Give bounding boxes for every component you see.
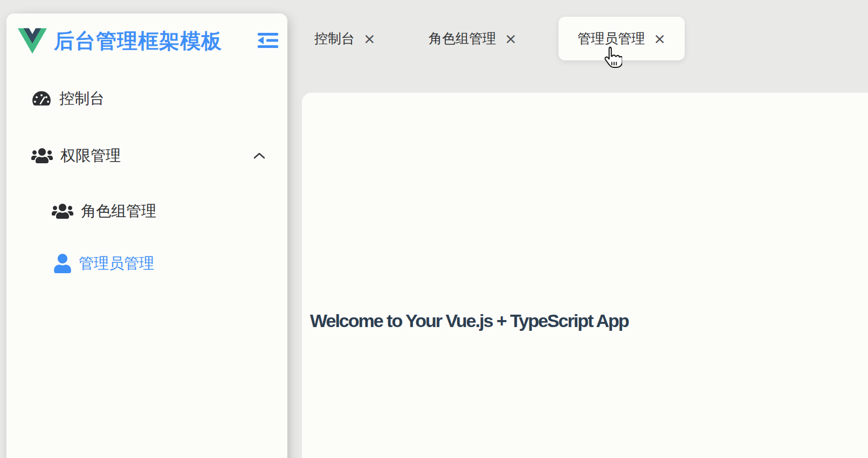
tab-label: 角色组管理: [429, 30, 496, 47]
tab-label: 控制台: [314, 30, 355, 47]
fold-icon: [258, 33, 278, 48]
tab-role-groups[interactable]: 角色组管理 ×: [429, 17, 517, 60]
sidebar-item-dashboard[interactable]: 控制台: [31, 82, 287, 115]
close-icon[interactable]: ×: [653, 31, 666, 46]
chevron-up-icon: [253, 152, 265, 159]
sidebar-item-label: 控制台: [59, 88, 105, 109]
sidebar-item-label: 权限管理: [60, 145, 121, 166]
vue-logo-icon: [18, 27, 47, 54]
users-icon: [31, 147, 53, 164]
sidebar-item-label: 角色组管理: [81, 201, 156, 221]
gauge-icon: [31, 89, 52, 108]
welcome-heading: Welcome to Your Vue.js + TypeScript App: [310, 310, 629, 331]
main-content-panel: Welcome to Your Vue.js + TypeScript App: [302, 93, 868, 458]
sidebar-item-label: 管理员管理: [79, 253, 154, 274]
sidebar-item-permissions[interactable]: 权限管理: [31, 140, 287, 172]
app-window: 后台管理框架模板: [0, 0, 868, 458]
tab-dashboard[interactable]: 控制台 ×: [314, 17, 376, 60]
users-icon: [52, 203, 73, 220]
tab-label: 管理员管理: [577, 30, 645, 47]
sidebar-collapse-button[interactable]: [258, 33, 278, 48]
close-icon[interactable]: ×: [505, 31, 517, 46]
sidebar-item-role-groups[interactable]: 角色组管理: [52, 195, 287, 227]
close-icon[interactable]: ×: [363, 31, 376, 46]
sidebar-header: 后台管理框架模板: [6, 13, 287, 68]
sidebar: 后台管理框架模板: [6, 13, 287, 458]
tab-admins[interactable]: 管理员管理 ×: [559, 17, 685, 60]
sidebar-item-admins[interactable]: 管理员管理: [54, 247, 287, 280]
app-title: 后台管理框架模板: [54, 27, 222, 55]
user-icon: [54, 254, 71, 273]
